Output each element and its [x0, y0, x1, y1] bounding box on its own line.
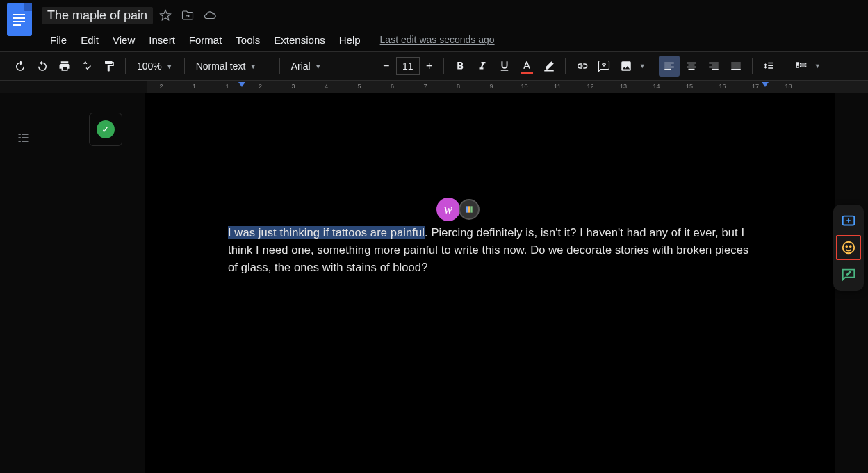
- menu-bar: File Edit View Insert Format Tools Exten…: [0, 28, 868, 51]
- ruler-first-line-indent[interactable]: [238, 82, 245, 87]
- ruler-number: 14: [653, 83, 660, 90]
- menu-format[interactable]: Format: [182, 31, 229, 49]
- ruler-number: 8: [457, 83, 460, 90]
- align-right-button[interactable]: [703, 56, 724, 77]
- svg-rect-2: [470, 206, 472, 212]
- svg-rect-1: [468, 206, 470, 212]
- insert-image-dropdown[interactable]: ▼: [638, 63, 647, 70]
- checkmark-icon: ✓: [97, 120, 115, 138]
- font-size-input[interactable]: [396, 57, 420, 75]
- italic-button[interactable]: [472, 56, 493, 77]
- ruler-number: 6: [391, 83, 394, 90]
- ruler-number: 4: [325, 83, 328, 90]
- ruler-number: 15: [686, 83, 693, 90]
- selected-text: I was just thinking if tattoos are painf…: [228, 226, 425, 239]
- star-icon[interactable]: [156, 6, 175, 25]
- align-left-button[interactable]: [659, 56, 680, 77]
- redo-button[interactable]: [32, 56, 53, 77]
- spellcheck-button[interactable]: [76, 56, 97, 77]
- ruler-number: 17: [752, 83, 759, 90]
- ruler-number: 16: [719, 83, 726, 90]
- outline-toggle-button[interactable]: [13, 127, 35, 149]
- ruler-number: 9: [489, 83, 493, 90]
- cloud-status-icon[interactable]: [200, 6, 220, 25]
- ruler-number: 1: [193, 83, 196, 90]
- svg-rect-0: [466, 206, 468, 212]
- horizontal-ruler[interactable]: 21123456789101112131415161718: [147, 81, 868, 93]
- ruler-right-indent[interactable]: [762, 82, 769, 87]
- menu-edit[interactable]: Edit: [74, 31, 106, 49]
- add-comment-button[interactable]: [593, 56, 614, 77]
- highlight-color-button[interactable]: [539, 56, 559, 77]
- ruler-number: 10: [521, 83, 527, 90]
- comment-tools-panel: [833, 205, 864, 291]
- insert-image-button[interactable]: [616, 56, 637, 77]
- align-center-button[interactable]: [681, 56, 702, 77]
- svg-point-6: [850, 246, 851, 247]
- ruler-number: 2: [159, 83, 163, 90]
- ruler-number: 13: [620, 83, 627, 90]
- insert-link-button[interactable]: [571, 56, 592, 77]
- menu-tools[interactable]: Tools: [229, 31, 267, 49]
- ruler-number: 11: [554, 83, 561, 90]
- menu-insert[interactable]: Insert: [142, 31, 182, 49]
- ruler-number: 1: [225, 83, 229, 90]
- menu-help[interactable]: Help: [332, 31, 368, 49]
- align-justify-button[interactable]: [726, 56, 746, 77]
- toolbar: 100%▼ Normal text▼ Arial▼ − + ▼ ▼: [0, 51, 868, 81]
- document-body-text[interactable]: I was just thinking if tattoos are painf…: [228, 224, 758, 275]
- docs-logo[interactable]: [6, 1, 33, 38]
- collaborator-avatar[interactable]: w: [435, 196, 461, 223]
- font-size-decrease[interactable]: −: [378, 57, 395, 75]
- bold-button[interactable]: [450, 56, 470, 77]
- underline-button[interactable]: [494, 56, 515, 77]
- checklist-button[interactable]: [791, 56, 812, 77]
- add-emoji-reaction-button[interactable]: [836, 235, 861, 260]
- ruler-number: 3: [291, 83, 295, 90]
- text-color-button[interactable]: [516, 56, 537, 77]
- document-title[interactable]: The maple of pain: [42, 7, 153, 24]
- last-edit-link[interactable]: Last edit was seconds ago: [380, 34, 495, 45]
- collaborator-badge-icon: [459, 199, 480, 220]
- undo-button[interactable]: [10, 56, 31, 77]
- move-icon[interactable]: [178, 6, 197, 25]
- document-page[interactable]: w I was just thinking if tattoos are pai…: [145, 93, 835, 473]
- line-spacing-button[interactable]: [758, 56, 779, 77]
- ruler-number: 5: [357, 83, 361, 90]
- spellcheck-status-badge[interactable]: ✓: [89, 113, 122, 146]
- font-size-increase[interactable]: +: [421, 57, 438, 75]
- paint-format-button[interactable]: [99, 56, 120, 77]
- ruler-number: 7: [423, 83, 427, 90]
- ruler-number: 12: [587, 83, 593, 90]
- print-button[interactable]: [54, 56, 75, 77]
- ruler-number: 2: [259, 83, 262, 90]
- svg-point-4: [843, 242, 855, 254]
- menu-extensions[interactable]: Extensions: [267, 31, 331, 49]
- suggest-edits-button[interactable]: [836, 262, 861, 287]
- font-family-select[interactable]: Arial▼: [286, 56, 366, 77]
- more-tools-dropdown[interactable]: ▼: [813, 63, 822, 70]
- paragraph-style-select[interactable]: Normal text▼: [190, 56, 274, 77]
- add-comment-side-button[interactable]: [836, 209, 861, 234]
- zoom-select[interactable]: 100%▼: [131, 56, 179, 77]
- ruler-number: 18: [785, 83, 792, 90]
- menu-view[interactable]: View: [106, 31, 142, 49]
- menu-file[interactable]: File: [43, 31, 74, 49]
- svg-point-5: [846, 246, 847, 247]
